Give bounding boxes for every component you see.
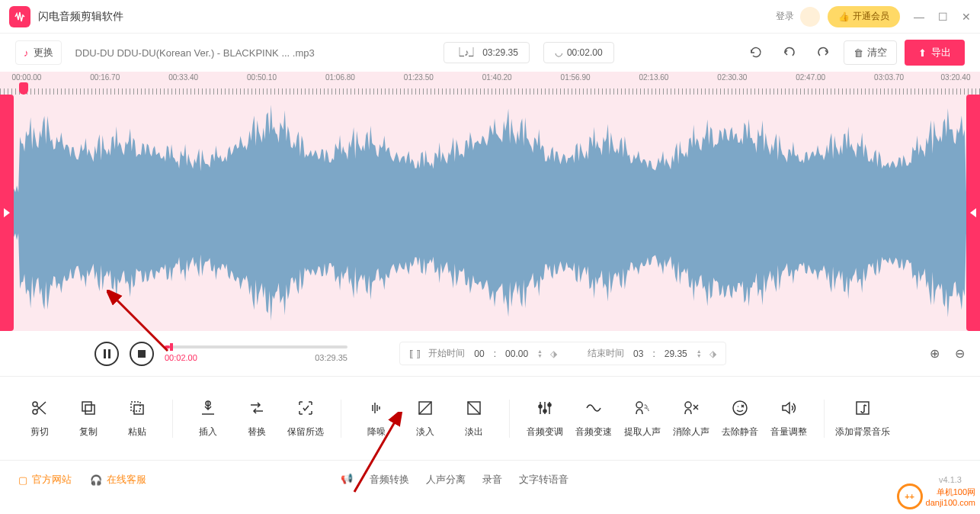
trim-start-handle[interactable] [0, 95, 14, 331]
end-stepper[interactable]: ▲▼ [697, 349, 702, 358]
svg-point-9 [539, 405, 542, 408]
website-link[interactable]: ▢官方网站 [18, 473, 72, 487]
start-marker-icon[interactable]: ⬗ [550, 349, 557, 359]
svg-rect-2 [82, 402, 91, 411]
tts-link[interactable]: 文字转语音 [519, 473, 568, 487]
megaphone-icon: 📢 [341, 473, 353, 487]
file-name: DDU-DU DDU-DU(Korean Ver.) - BLACKPINK .… [75, 47, 315, 59]
extract-vocal-tool[interactable]: 提取人声 [618, 398, 667, 439]
bgm-icon [853, 398, 872, 418]
copy-tool[interactable]: 复制 [64, 398, 113, 439]
start-stepper[interactable]: ▲▼ [537, 349, 543, 358]
fadein-tool[interactable]: 淡入 [401, 398, 450, 439]
current-time: 00:02.00 [165, 353, 197, 362]
record-link[interactable]: 录音 [482, 473, 502, 487]
start-sec-input[interactable]: 00.00 [504, 349, 530, 359]
fadeout-icon [465, 398, 483, 418]
playhead-marker[interactable] [19, 82, 28, 95]
svg-rect-3 [85, 405, 94, 414]
svg-rect-5 [134, 405, 143, 414]
selection-icon: ⟦ ⟧ [409, 349, 421, 359]
svg-point-14 [733, 401, 747, 415]
remove-vocal-icon [682, 398, 700, 418]
remove-silence-tool[interactable]: 去除静音 [716, 398, 764, 439]
end-sec-input[interactable]: 29.35 [663, 349, 689, 359]
watermark: ++ 单机100网danji100.com [897, 483, 975, 509]
volume-tool[interactable]: 音量调整 [764, 398, 813, 439]
total-time: 03:29.35 [315, 353, 347, 362]
cursor-time-box: ◡00:02.00 [543, 42, 614, 63]
pitch-tool[interactable]: 音频变调 [520, 398, 569, 439]
keep-selection-tool[interactable]: 保留所选 [281, 398, 330, 439]
zoom-in-button[interactable]: ⊕ [930, 346, 940, 361]
vip-button[interactable]: 👍开通会员 [828, 6, 900, 27]
support-link[interactable]: 🎧在线客服 [90, 473, 146, 487]
bgm-tool[interactable]: 添加背景音乐 [835, 398, 890, 439]
start-time-label: 开始时间 [428, 347, 465, 360]
copy-icon [79, 398, 98, 418]
extract-vocal-icon [633, 398, 652, 418]
denoise-icon [367, 398, 386, 418]
close-icon[interactable]: ✕ [962, 11, 971, 23]
waveform-display[interactable] [0, 95, 980, 331]
start-min-input[interactable]: 00 [472, 349, 485, 359]
svg-point-13 [685, 402, 691, 408]
upload-icon: ⬆ [918, 47, 927, 59]
time-ruler: 00:00.00 00:16.70 00:33.40 00:50.10 01:0… [0, 72, 980, 95]
insert-tool[interactable]: 插入 [184, 398, 232, 439]
maximize-icon[interactable]: ☐ [938, 11, 948, 23]
refresh-button[interactable] [743, 40, 769, 66]
svg-rect-4 [131, 402, 140, 411]
undo-button[interactable] [777, 40, 802, 66]
pause-button[interactable] [94, 342, 119, 366]
convert-link[interactable]: 音频转换 [370, 473, 409, 487]
clear-button[interactable]: 🗑清空 [844, 40, 897, 65]
zoom-out-button[interactable]: ⊖ [955, 346, 965, 361]
remove-vocal-tool[interactable]: 消除人声 [667, 398, 716, 439]
end-marker-icon[interactable]: ⬗ [709, 349, 716, 359]
svg-point-12 [636, 402, 642, 408]
end-time-label: 结束时间 [588, 347, 624, 360]
thumbs-up-icon: 👍 [838, 11, 850, 22]
replace-icon [248, 398, 266, 418]
globe-icon: ▢ [18, 474, 27, 486]
app-icon [9, 6, 30, 27]
svg-point-11 [548, 403, 551, 406]
minimize-icon[interactable]: — [914, 11, 924, 23]
timeline-area[interactable]: 00:00.00 00:16.70 00:33.40 00:50.10 01:0… [0, 72, 980, 331]
paste-tool[interactable]: 粘贴 [113, 398, 162, 439]
end-min-input[interactable]: 03 [632, 349, 645, 359]
headset-icon: 🎧 [90, 474, 102, 486]
stop-button[interactable] [130, 342, 154, 366]
paste-icon [128, 398, 146, 418]
speed-icon [584, 398, 603, 418]
speed-tool[interactable]: 音频变速 [569, 398, 618, 439]
login-link[interactable]: 登录 [776, 10, 794, 23]
music-note-icon: ♪ [24, 47, 29, 59]
vip-label: 开通会员 [853, 10, 889, 23]
duration-icon: ⎿♪⏌ [455, 47, 478, 58]
fadein-icon [416, 398, 434, 418]
trim-end-handle[interactable] [966, 95, 980, 331]
redo-button[interactable] [810, 40, 836, 66]
avatar[interactable] [800, 7, 820, 27]
remove-silence-icon [731, 398, 749, 418]
keep-icon [296, 398, 315, 418]
svg-point-10 [543, 410, 546, 413]
insert-icon [199, 398, 217, 418]
cut-tool[interactable]: 剪切 [15, 398, 64, 439]
scissors-icon [30, 398, 49, 418]
pitch-icon [536, 398, 554, 418]
replace-tool[interactable]: 替换 [232, 398, 281, 439]
app-title: 闪电音频剪辑软件 [38, 10, 776, 24]
progress-bar[interactable]: 00:02.00 03:29.35 [165, 345, 347, 362]
trash-icon: 🗑 [853, 47, 863, 59]
selection-box: ⟦ ⟧ 开始时间 00: 00.00 ▲▼ ⬗ 结束时间 03: 29.35 ▲… [399, 342, 726, 365]
denoise-tool[interactable]: 降噪 [352, 398, 401, 439]
switch-file-button[interactable]: ♪ 更换 [15, 40, 62, 65]
volume-icon [780, 398, 798, 418]
export-button[interactable]: ⬆导出 [905, 40, 965, 66]
fadeout-tool[interactable]: 淡出 [450, 398, 498, 439]
vocal-sep-link[interactable]: 人声分离 [426, 473, 466, 487]
total-time-box: ⎿♪⏌03:29.35 [444, 42, 530, 63]
